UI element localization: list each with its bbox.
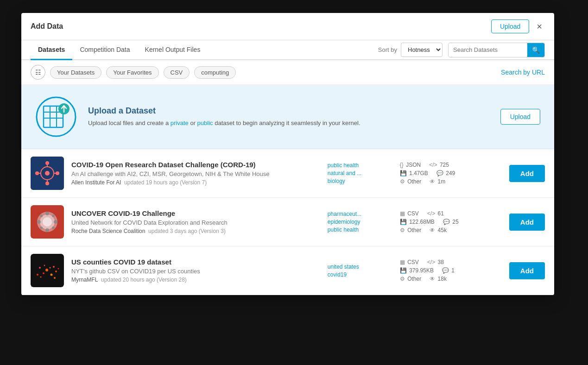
filter-icon-button[interactable]: ☷ <box>31 65 45 80</box>
dataset-stats-counties: ▦ CSV </> 38 💾 379.95KB 💬 1 ⚙ Other 👁 18… <box>400 259 502 282</box>
svg-point-22 <box>43 217 52 227</box>
filter-chip-your-datasets[interactable]: Your Datasets <box>50 66 101 79</box>
svg-point-40 <box>44 265 45 266</box>
svg-point-29 <box>40 227 43 229</box>
svg-point-43 <box>54 277 56 279</box>
filter-chip-your-favorites[interactable]: Your Favorites <box>106 66 158 79</box>
dataset-name-cord19: COVID-19 Open Research Dataset Challenge… <box>71 161 320 169</box>
dataset-desc-cord19: An AI challenge with AI2, CZI, MSR, Geor… <box>71 170 320 177</box>
svg-point-34 <box>53 266 55 268</box>
filter-row: ☷ Your Datasets Your Favorites CSV compu… <box>21 60 554 85</box>
upload-banner-description: Upload local files and create a private … <box>88 119 489 128</box>
add-button-cord19[interactable]: Add <box>509 165 545 182</box>
svg-point-30 <box>52 227 55 229</box>
dataset-item-cord19: COVID-19 Open Research Dataset Challenge… <box>21 149 554 198</box>
dataset-desc-uncover: United Network for COVID Data Exploratio… <box>71 219 320 226</box>
dataset-thumbnail-uncover <box>31 205 64 239</box>
modal-header: Add Data Upload × <box>21 13 554 40</box>
dataset-stats-uncover: ▦ CSV </> 61 💾 122.68MB 💬 25 ⚙ Other 👁 4… <box>400 210 502 233</box>
close-button[interactable]: × <box>534 21 545 32</box>
modal-header-actions: Upload × <box>491 19 545 33</box>
dataset-meta-cord19: Allen Institute For AI updated 19 hours … <box>71 179 320 186</box>
tab-kernel-output-files[interactable]: Kernel Output Files <box>138 40 208 60</box>
upload-banner: Upload a Dataset Upload local files and … <box>21 85 554 149</box>
search-bar: 🔍 <box>448 43 545 57</box>
svg-point-41 <box>58 268 59 270</box>
upload-dataset-icon <box>35 96 77 138</box>
upload-icon-container <box>35 96 77 138</box>
upload-banner-button[interactable]: Upload <box>500 109 540 125</box>
filter-chip-csv[interactable]: CSV <box>164 66 190 79</box>
svg-point-25 <box>37 220 41 224</box>
dataset-tags-counties: united states covid19 <box>328 264 392 278</box>
dataset-name-counties: US counties COVID 19 dataset <box>71 258 320 266</box>
svg-point-23 <box>45 212 49 215</box>
svg-point-10 <box>45 171 50 176</box>
sort-by-select[interactable]: Hotness <box>401 43 443 57</box>
modal-title: Add Data <box>31 22 63 31</box>
svg-point-42 <box>40 277 42 278</box>
svg-point-38 <box>37 274 38 276</box>
add-data-modal: Add Data Upload × Datasets Competition D… <box>21 13 554 295</box>
dataset-item-uncover: UNCOVER COVID-19 Challenge United Networ… <box>21 198 554 246</box>
dataset-name-uncover: UNCOVER COVID-19 Challenge <box>71 209 320 217</box>
svg-point-17 <box>35 171 39 175</box>
dataset-thumbnail-counties <box>31 254 64 287</box>
dataset-desc-counties: NYT's github CSV on COVID19 per US count… <box>71 268 320 275</box>
sort-by-label: Sort by <box>378 46 397 53</box>
svg-point-37 <box>55 271 57 272</box>
upload-header-button[interactable]: Upload <box>491 19 529 33</box>
svg-point-16 <box>45 182 49 185</box>
svg-point-26 <box>54 220 57 224</box>
svg-point-33 <box>45 269 48 271</box>
dataset-tags-uncover: pharmaceut... epidemiology public health <box>328 211 392 233</box>
svg-point-32 <box>39 267 41 269</box>
dataset-item-counties: US counties COVID 19 dataset NYT's githu… <box>21 246 554 295</box>
dataset-info-counties: US counties COVID 19 dataset NYT's githu… <box>71 258 320 283</box>
dataset-meta-uncover: Roche Data Science Coalition updated 3 d… <box>71 228 320 234</box>
dataset-info-cord19: COVID-19 Open Research Dataset Challenge… <box>71 161 320 186</box>
dataset-stats-cord19: {} JSON </> 725 💾 1.47GB 💬 249 ⚙ Other 👁… <box>400 162 502 185</box>
svg-point-18 <box>56 171 59 175</box>
filter-icon: ☷ <box>35 69 41 76</box>
tabs-row: Datasets Competition Data Kernel Output … <box>21 40 554 60</box>
dataset-meta-counties: MyrnaMFL updated 20 hours ago (Version 2… <box>71 277 320 283</box>
svg-point-39 <box>50 267 51 269</box>
upload-text-area: Upload a Dataset Upload local files and … <box>88 106 489 128</box>
tab-competition-data[interactable]: Competition Data <box>72 40 137 60</box>
svg-point-28 <box>52 214 55 217</box>
search-submit-button[interactable]: 🔍 <box>527 43 544 57</box>
tab-datasets[interactable]: Datasets <box>31 40 72 60</box>
add-button-counties[interactable]: Add <box>509 262 545 279</box>
svg-point-15 <box>45 161 49 165</box>
dataset-info-uncover: UNCOVER COVID-19 Challenge United Networ… <box>71 209 320 234</box>
dataset-tags-cord19: public health natural and ... biology <box>328 162 392 184</box>
svg-point-24 <box>45 228 49 232</box>
svg-point-27 <box>40 214 43 217</box>
svg-point-35 <box>43 272 44 274</box>
upload-banner-title: Upload a Dataset <box>88 106 489 116</box>
dataset-list: COVID-19 Open Research Dataset Challenge… <box>21 149 554 295</box>
search-input[interactable] <box>449 44 527 56</box>
add-button-uncover[interactable]: Add <box>509 214 545 231</box>
search-by-url-button[interactable]: Search by URL <box>501 69 545 76</box>
dataset-thumbnail-cord19 <box>31 157 64 190</box>
filter-chip-computing[interactable]: computing <box>194 66 236 79</box>
svg-point-36 <box>51 274 53 276</box>
